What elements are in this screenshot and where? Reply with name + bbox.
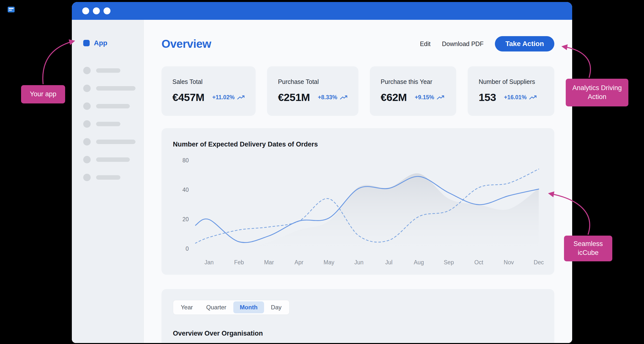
kpi-delta: +8.33% bbox=[318, 94, 348, 101]
chart-y-axis: 8040200 bbox=[173, 157, 195, 252]
skeleton-bar bbox=[96, 175, 120, 180]
trending-up-icon bbox=[529, 95, 537, 100]
x-tick-label: Feb bbox=[234, 259, 244, 266]
x-tick-label: Oct bbox=[474, 259, 483, 266]
skeleton-bar bbox=[96, 122, 120, 126]
app-label: App bbox=[94, 39, 107, 47]
skeleton-dot bbox=[83, 67, 91, 74]
x-tick-label: Nov bbox=[504, 259, 514, 266]
chart-x-axis: JanFebMarAprMayJunJulAugSepOctNovDec bbox=[195, 259, 544, 268]
annotation-your-app: Your app bbox=[21, 85, 65, 103]
x-tick-label: Dec bbox=[534, 259, 544, 266]
sidebar-skeleton-item bbox=[83, 102, 144, 110]
organisation-card: YearQuarterMonthDay Overview Over Organi… bbox=[162, 289, 554, 343]
kpi-label: Purchase this Year bbox=[381, 78, 446, 85]
y-tick-label: 80 bbox=[182, 157, 189, 164]
kpi-delta: +9.15% bbox=[415, 94, 444, 101]
delivery-line-chart bbox=[195, 160, 544, 249]
period-tabs: YearQuarterMonthDay bbox=[173, 300, 290, 315]
kpi-label: Number of Suppliers bbox=[478, 78, 544, 85]
sidebar-skeleton-item bbox=[83, 67, 144, 74]
take-action-button[interactable]: Take Action bbox=[495, 36, 554, 51]
sidebar-skeleton-item bbox=[83, 138, 144, 146]
period-tab-quarter[interactable]: Quarter bbox=[200, 302, 233, 313]
skeleton-bar bbox=[96, 68, 120, 73]
kpi-delta-text: +8.33% bbox=[318, 94, 337, 101]
organisation-section-title: Overview Over Organisation bbox=[173, 330, 543, 337]
sidebar-skeleton-item bbox=[83, 174, 144, 181]
x-tick-label: Apr bbox=[294, 259, 304, 266]
screenshot-stage: App Overview Edit Download PDF Take Acti… bbox=[0, 0, 644, 344]
kpi-delta: +11.02% bbox=[212, 94, 245, 101]
y-tick-label: 0 bbox=[186, 246, 189, 252]
period-tab-day[interactable]: Day bbox=[264, 302, 288, 313]
delivery-chart-card: Number of Expected Delivery Dates of Ord… bbox=[162, 128, 554, 275]
window-titlebar bbox=[72, 2, 572, 20]
kpi-value: €62M bbox=[381, 91, 407, 103]
chart-plot-area bbox=[195, 160, 544, 249]
x-tick-label: May bbox=[324, 259, 334, 266]
kpi-value: 153 bbox=[478, 91, 496, 103]
skeleton-dot bbox=[83, 156, 91, 163]
window-dot[interactable] bbox=[82, 7, 89, 14]
x-tick-label: Aug bbox=[414, 259, 424, 266]
x-tick-label: Jul bbox=[385, 259, 392, 266]
kpi-delta-text: +9.15% bbox=[415, 94, 434, 101]
y-tick-label: 20 bbox=[182, 216, 189, 223]
x-tick-label: Jun bbox=[354, 259, 363, 266]
skeleton-bar bbox=[96, 140, 136, 144]
skeleton-bar bbox=[96, 157, 130, 162]
sidebar-skeleton-item bbox=[83, 85, 144, 92]
sidebar-skeleton-item bbox=[83, 120, 144, 128]
kpi-card-0: Sales Total €457M +11.02% bbox=[162, 66, 256, 116]
x-tick-label: Mar bbox=[264, 259, 274, 266]
your-app-arrow bbox=[43, 41, 74, 84]
skeleton-bar bbox=[96, 86, 136, 91]
sidebar-item-app[interactable]: App bbox=[83, 39, 144, 47]
app-square-icon bbox=[83, 40, 90, 46]
kpi-row: Sales Total €457M +11.02% Purchase Total… bbox=[162, 66, 554, 116]
skeleton-dot bbox=[83, 174, 91, 181]
edit-button[interactable]: Edit bbox=[420, 40, 430, 47]
trending-up-icon bbox=[340, 95, 348, 100]
kpi-delta-text: +16.01% bbox=[504, 94, 526, 101]
kpi-delta-text: +11.02% bbox=[212, 94, 234, 101]
chart-title: Number of Expected Delivery Dates of Ord… bbox=[173, 141, 544, 148]
window-dot[interactable] bbox=[93, 7, 100, 14]
kpi-card-2: Purchase this Year €62M +9.15% bbox=[370, 66, 456, 116]
header-actions: Edit Download PDF Take Action bbox=[420, 36, 554, 51]
x-tick-label: Sep bbox=[444, 259, 454, 266]
annotation-seamless-iccube: Seamless icCube bbox=[564, 236, 612, 261]
main-content: Overview Edit Download PDF Take Action S… bbox=[144, 20, 572, 343]
y-tick-label: 40 bbox=[182, 187, 189, 193]
x-tick-label: Jan bbox=[204, 259, 214, 266]
sidebar: App bbox=[72, 20, 144, 343]
period-tab-month[interactable]: Month bbox=[233, 302, 264, 313]
kpi-label: Purchase Total bbox=[278, 78, 348, 85]
download-pdf-button[interactable]: Download PDF bbox=[442, 40, 484, 47]
page-title: Overview bbox=[162, 37, 211, 50]
sidebar-skeleton bbox=[83, 67, 144, 181]
chart-area-series bbox=[195, 173, 539, 249]
skeleton-dot bbox=[83, 85, 91, 92]
skeleton-dot bbox=[83, 102, 91, 110]
kpi-value: €251M bbox=[278, 91, 310, 103]
kpi-card-1: Purchase Total €251M +8.33% bbox=[267, 66, 358, 116]
trending-up-icon bbox=[237, 95, 245, 100]
kpi-card-3: Number of Suppliers 153 +16.01% bbox=[468, 66, 554, 116]
annotation-analytics-driving-action: Analytics Driving Action bbox=[566, 79, 628, 106]
page-header: Overview Edit Download PDF Take Action bbox=[162, 36, 554, 51]
kpi-label: Sales Total bbox=[172, 78, 245, 85]
skeleton-bar bbox=[96, 104, 130, 108]
period-tab-year[interactable]: Year bbox=[174, 302, 200, 313]
skeleton-dot bbox=[83, 138, 91, 146]
kpi-delta: +16.01% bbox=[504, 94, 537, 101]
kpi-value: €457M bbox=[172, 91, 204, 103]
app-window: App Overview Edit Download PDF Take Acti… bbox=[72, 2, 572, 343]
skeleton-dot bbox=[83, 120, 91, 128]
window-dot[interactable] bbox=[104, 7, 110, 14]
window-control-dots bbox=[82, 7, 110, 14]
trending-up-icon bbox=[437, 95, 444, 100]
corner-logo-icon bbox=[8, 6, 15, 13]
sidebar-skeleton-item bbox=[83, 156, 144, 163]
